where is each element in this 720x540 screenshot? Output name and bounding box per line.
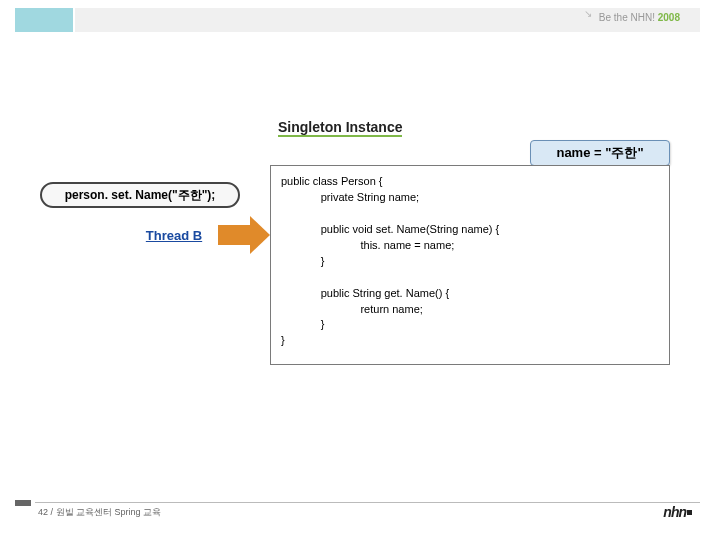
diagram-title: Singleton Instance xyxy=(278,120,402,137)
footer-logo: nhn xyxy=(663,504,692,520)
arrow-head xyxy=(250,216,270,254)
header-slogan-text: Be the NHN! xyxy=(599,12,655,23)
method-call-callout: person. set. Name("주한"); xyxy=(40,182,240,208)
name-value-text: name = "주한" xyxy=(556,144,643,162)
footer-page-text: 42 / 원빌 교육센터 Spring 교육 xyxy=(38,506,161,519)
header-slogan: Be the NHN! 2008 xyxy=(599,12,680,23)
method-call-text: person. set. Name("주한"); xyxy=(65,187,216,204)
arrow-icon xyxy=(218,216,270,254)
header-accent-block xyxy=(15,8,73,32)
header-year: 2008 xyxy=(658,12,680,23)
footer-line xyxy=(35,502,700,503)
name-value-callout: name = "주한" xyxy=(530,140,670,166)
slide-footer: 42 / 원빌 교육센터 Spring 교육 nhn xyxy=(0,502,720,540)
footer-logo-text: nhn xyxy=(663,504,686,520)
thread-b-label: Thread B xyxy=(130,224,218,246)
code-content: public class Person { private String nam… xyxy=(281,174,659,349)
thread-b-text: Thread B xyxy=(146,228,202,243)
header-arrow-icon: ↘ xyxy=(584,8,592,19)
slide-header: ↘ Be the NHN! 2008 xyxy=(0,0,720,48)
arrow-body xyxy=(218,225,250,245)
footer-logo-dot-icon xyxy=(687,510,692,515)
footer-accent-block xyxy=(15,500,31,506)
code-box: public class Person { private String nam… xyxy=(270,165,670,365)
